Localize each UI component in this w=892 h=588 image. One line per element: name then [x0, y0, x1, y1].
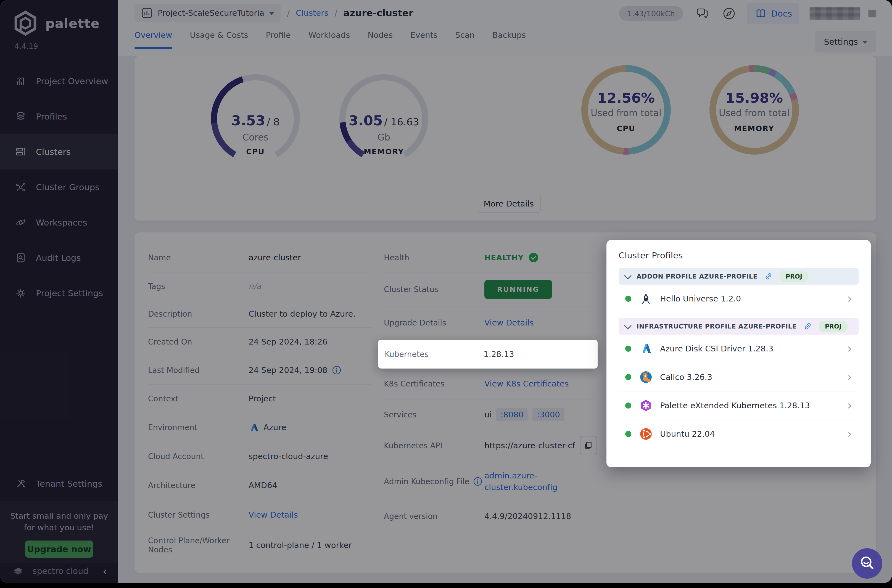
kubernetes-version-spotlight-row[interactable]: Kubernetes 1.28.13 [378, 340, 598, 369]
hello-universe-icon [640, 292, 652, 305]
chevron-right-icon: › [847, 293, 852, 304]
profile-item-name: Azure Disk CSI Driver 1.28.3 [660, 344, 773, 353]
profile-item-ubuntu[interactable]: Ubuntu 22.04 › [619, 420, 859, 448]
status-dot [625, 431, 631, 437]
section-header-label: ADDON PROFILE AZURE-PROFILE [637, 273, 757, 280]
status-dot [625, 374, 631, 380]
profile-item-azure-disk-csi[interactable]: Azure Disk CSI Driver 1.28.3 › [619, 334, 859, 363]
kubernetes-label: Kubernetes [385, 350, 484, 359]
chevron-right-icon: › [847, 428, 852, 440]
chevron-right-icon: › [847, 371, 852, 383]
profile-item-name: Ubuntu 22.04 [660, 429, 715, 439]
ubuntu-icon [640, 428, 652, 440]
tour-search-beacon-button[interactable] [852, 548, 882, 579]
section-gap [619, 313, 859, 318]
cluster-profiles-panel: Cluster Profiles ADDON PROFILE AZURE-PRO… [607, 240, 871, 467]
app-window: palette 4.4.19 Project Overview Profiles [0, 0, 892, 583]
profile-item-calico[interactable]: Calico 3.26.3 › [619, 363, 859, 392]
proj-badge: PROJ [819, 321, 847, 332]
calico-icon [640, 371, 652, 384]
profile-item-name: Palette eXtended Kubernetes 1.28.13 [660, 401, 810, 410]
chevron-right-icon: › [847, 343, 852, 354]
chevron-down-icon [624, 272, 632, 279]
profile-item-name: Hello Universe 1.2.0 [660, 294, 741, 303]
chevron-right-icon: › [847, 400, 852, 411]
proj-badge: PROJ [779, 271, 808, 282]
infrastructure-profile-section-header[interactable]: INFRASTRUCTURE PROFILE AZURE-PROFILE PRO… [619, 318, 859, 334]
profile-item-name: Calico 3.26.3 [660, 372, 712, 382]
chevron-down-icon [624, 322, 632, 329]
status-dot [625, 402, 631, 409]
status-dot [625, 346, 631, 352]
kubernetes-version-value: 1.28.13 [484, 350, 514, 359]
section-header-label: INFRASTRUCTURE PROFILE AZURE-PROFILE [637, 323, 797, 330]
azure-icon [640, 342, 652, 355]
magnifier-smile-icon [858, 554, 876, 573]
panel-title: Cluster Profiles [619, 250, 859, 260]
link-icon [803, 321, 813, 331]
pxk-icon [640, 399, 652, 412]
profile-item-hello-universe[interactable]: Hello Universe 1.2.0 › [619, 285, 859, 313]
status-dot [625, 296, 631, 302]
link-icon [764, 272, 773, 281]
profile-item-palette-extended-kubernetes[interactable]: Palette eXtended Kubernetes 1.28.13 › [619, 392, 859, 420]
addon-profile-section-header[interactable]: ADDON PROFILE AZURE-PROFILE PROJ [619, 268, 859, 285]
